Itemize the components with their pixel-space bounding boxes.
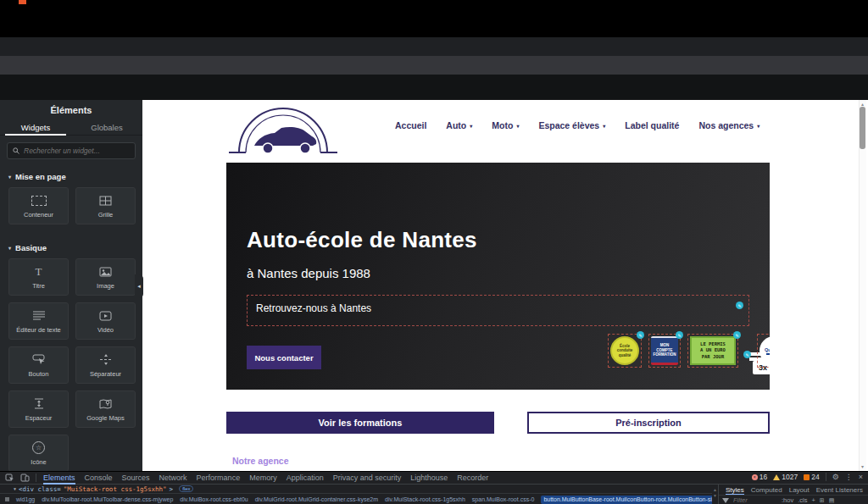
- devtools-menu-icon[interactable]: ⋮: [845, 473, 853, 481]
- layout-widgets: Conteneur Grille: [8, 187, 136, 224]
- dom-breadcrumbs: wid1gg div.MuiToolbar-root.MuiToolbar-de…: [0, 493, 712, 504]
- warning-icon: [773, 474, 780, 480]
- widget-search-input[interactable]: [24, 147, 125, 155]
- devtools-tab-performance[interactable]: Performance: [197, 473, 241, 484]
- devtools-status: ×16 1027 24 ⚙ ⋮ ×: [752, 473, 863, 481]
- devtools-tab-memory[interactable]: Memory: [249, 473, 277, 484]
- edit-widget-icon[interactable]: ✎: [637, 331, 644, 339]
- section-basic-header[interactable]: ▾ Basique: [8, 243, 47, 252]
- widget-icone[interactable]: ☆ Icône: [8, 435, 69, 471]
- devtools-tab-sources[interactable]: Sources: [122, 473, 150, 484]
- widget-editeur-de-texte[interactable]: Éditeur de texte: [8, 302, 69, 340]
- devtools-tab-lighthouse[interactable]: Lighthouse: [410, 473, 448, 484]
- computed-panel-icon[interactable]: ▤: [829, 497, 835, 504]
- badge-permis-un-euro[interactable]: LE PERMISA UN EUROPAR JOUR ✎: [687, 334, 738, 368]
- widget-separateur[interactable]: Séparateur: [75, 346, 136, 384]
- devtools-close-icon[interactable]: ×: [859, 473, 863, 481]
- element-state-toggle[interactable]: :hov: [782, 496, 793, 504]
- badge-ecole-conduite-qualite[interactable]: Écoleconduitequalité ✎: [608, 334, 642, 368]
- badge-qualiopi[interactable]: Qualiopi ✎: [757, 334, 770, 368]
- inspect-icon[interactable]: [5, 474, 14, 482]
- edit-widget-icon[interactable]: ✎: [733, 331, 741, 339]
- breadcrumb[interactable]: div.MuiBox-root.css-ebt0u: [180, 496, 248, 502]
- devtools-tab-privacy[interactable]: Privacy and security: [333, 473, 402, 484]
- scroll-down-icon[interactable]: ▼: [713, 493, 717, 498]
- breadcrumb[interactable]: div.MuiGrid-root.MuiGrid-container.css-k…: [255, 496, 378, 502]
- breadcrumb-selected[interactable]: button.MuiButtonBase-root.MuiIconButton-…: [541, 496, 712, 504]
- tab-styles[interactable]: Styles: [726, 486, 744, 494]
- devtools-tab-console[interactable]: Console: [85, 473, 113, 484]
- cta-voir-les-formations[interactable]: Voir les formations: [226, 412, 494, 434]
- widget-conteneur[interactable]: Conteneur: [8, 187, 69, 224]
- widget-bouton[interactable]: Bouton: [8, 346, 69, 384]
- nav-nos-agences[interactable]: Nos agences▾: [698, 120, 760, 130]
- scroll-up-icon[interactable]: ▴: [859, 101, 866, 107]
- styles-pane: Styles Computed Layout Event Listeners »…: [718, 485, 868, 504]
- devtools-settings-icon[interactable]: ⚙: [832, 473, 839, 481]
- error-count[interactable]: ×16: [752, 473, 767, 481]
- badge-paiement-3x[interactable]: 3x ✎: [745, 348, 750, 353]
- chevron-down-icon: ▾: [470, 123, 472, 129]
- tab-globals[interactable]: Globales: [71, 120, 142, 135]
- breadcrumb[interactable]: div.MuiToolbar-root.MuiToolbar-dense.css…: [42, 496, 173, 502]
- devtools-tab-elements[interactable]: Elements: [43, 473, 75, 484]
- image-icon: [99, 265, 112, 279]
- device-toolbar-icon[interactable]: [20, 474, 30, 482]
- tab-widgets[interactable]: Widgets: [0, 120, 71, 135]
- widget-titre[interactable]: T Titre: [8, 258, 69, 296]
- issues-count[interactable]: 24: [804, 473, 819, 481]
- hero-location-widget[interactable]: Retrouvez-nous à Nantes ✎: [247, 295, 749, 326]
- cta-pre-inscription[interactable]: Pré-inscription: [527, 412, 770, 434]
- section-layout-header[interactable]: ▾ Mise en page: [8, 172, 66, 181]
- edit-widget-icon[interactable]: ✎: [743, 351, 751, 358]
- new-style-rule-button[interactable]: +: [811, 496, 815, 504]
- nav-moto[interactable]: Moto▾: [492, 120, 519, 130]
- flex-badge[interactable]: flex: [179, 485, 193, 492]
- canvas-scrollbar-thumb[interactable]: [860, 107, 865, 149]
- browser-toolbar: ← → ⟳ template-1-multi.websolutiondigita…: [0, 56, 868, 75]
- widget-image[interactable]: Image: [75, 258, 136, 296]
- widget-espaceur[interactable]: Espaceur: [8, 390, 69, 428]
- breadcrumb[interactable]: div.MuiStack-root.css-1g5sxhh: [385, 496, 465, 502]
- screen: ▾ W Modifier « Accueil » avec Eleme × + …: [0, 0, 868, 504]
- pane-splitter[interactable]: ▲▼: [712, 485, 718, 504]
- warning-count[interactable]: 1027: [773, 473, 798, 481]
- widget-google-maps[interactable]: Google Maps: [75, 390, 136, 428]
- chevron-down-icon: ▾: [603, 123, 605, 129]
- tab-computed[interactable]: Computed: [751, 486, 782, 494]
- map-icon: [99, 397, 112, 411]
- spacer-icon: [34, 397, 44, 411]
- site-logo[interactable]: [227, 102, 339, 158]
- caret-down-icon: ▾: [8, 174, 11, 180]
- devtools-tab-recorder[interactable]: Recorder: [457, 473, 488, 484]
- devtools-tab-network[interactable]: Network: [159, 473, 187, 484]
- canvas-scrollbar[interactable]: [859, 100, 866, 471]
- scroll-up-icon[interactable]: ▲: [713, 487, 717, 492]
- nav-label-qualite[interactable]: Label qualité: [625, 120, 679, 130]
- search-icon: [13, 147, 19, 154]
- expand-caret-icon[interactable]: ▼: [14, 486, 16, 491]
- panel-collapse-handle[interactable]: ◂: [135, 274, 143, 298]
- nav-espace-eleves[interactable]: Espace élèves▾: [538, 120, 605, 130]
- nav-auto[interactable]: Auto▾: [446, 120, 472, 130]
- contact-button[interactable]: Nous contacter: [247, 346, 321, 369]
- tab-layout[interactable]: Layout: [789, 486, 810, 494]
- grid-overlay-icon[interactable]: ⊞: [820, 497, 825, 504]
- devtools-tab-application[interactable]: Application: [287, 473, 324, 484]
- tab-event-listeners[interactable]: Event Listeners: [816, 486, 863, 494]
- widget-video[interactable]: Vidéo: [75, 302, 136, 340]
- breadcrumb[interactable]: span.MuiBox-root.css-0: [472, 496, 535, 502]
- widget-grille[interactable]: Grille: [75, 187, 136, 224]
- nav-accueil[interactable]: Accueil: [395, 120, 426, 130]
- element-class-toggle[interactable]: .cls: [798, 496, 807, 504]
- elementor-top-bar: + Accueil ▾ ⚙ ? Publier ▾: [0, 75, 868, 100]
- styles-filter-input[interactable]: [733, 496, 777, 504]
- devtools: Elements Console Sources Network Perform…: [0, 471, 868, 504]
- badge-mon-compte-formation[interactable]: MONCOMPTEFORMATION ✎: [648, 334, 681, 368]
- dom-tree-line[interactable]: ▼ <div class="MuiStack-root css-1g5sxhh"…: [0, 485, 712, 493]
- scroll-down-icon[interactable]: ▾: [859, 463, 866, 469]
- edit-widget-icon[interactable]: ✎: [736, 302, 743, 309]
- breadcrumb[interactable]: wid1gg: [16, 496, 35, 502]
- edit-widget-icon[interactable]: ✎: [676, 331, 683, 339]
- widget-search[interactable]: [7, 142, 136, 159]
